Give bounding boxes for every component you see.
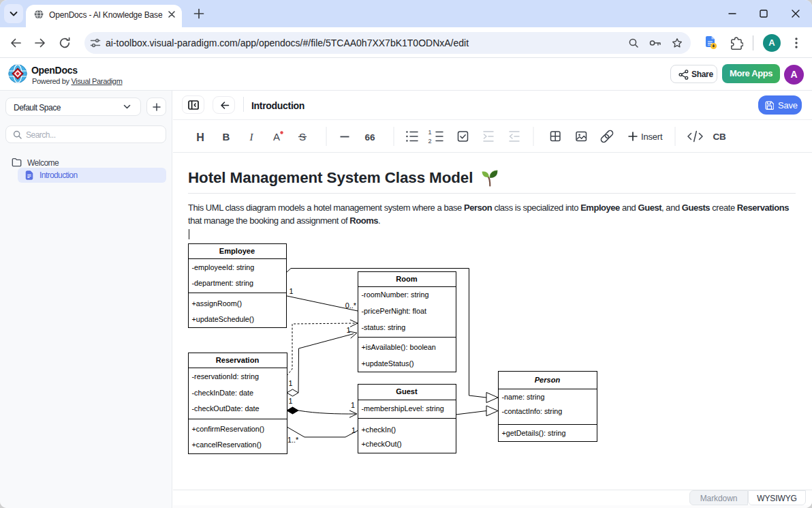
svg-text:+isAvailable(): boolean: +isAvailable(): boolean: [362, 343, 436, 351]
svg-text:A: A: [273, 131, 280, 143]
svg-text:-reservationId: string: -reservationId: string: [192, 372, 259, 380]
svg-text:1: 1: [289, 379, 293, 387]
svg-text:1: 1: [289, 397, 293, 405]
svg-text:-pricePerNight: float: -pricePerNight: float: [362, 307, 426, 315]
svg-text:-contactInfo: string: -contactInfo: string: [502, 407, 563, 415]
svg-text:-membershipLevel: string: -membershipLevel: string: [362, 404, 444, 413]
svg-text:-checkInDate: date: -checkInDate: date: [192, 389, 254, 397]
svg-text:CB: CB: [713, 132, 726, 142]
svg-text:1..*: 1..*: [287, 436, 299, 444]
svg-text:66: 66: [364, 132, 375, 143]
svg-text:-employeeId: string: -employeeId: string: [192, 263, 255, 271]
svg-text:+cancelReservation(): +cancelReservation(): [192, 440, 262, 449]
svg-text:H: H: [196, 132, 204, 143]
svg-text:I: I: [249, 132, 254, 143]
svg-text:1: 1: [346, 326, 350, 334]
svg-text:+checkOut(): +checkOut(): [362, 440, 402, 448]
svg-text:-checkOutDate: date: -checkOutDate: date: [192, 404, 260, 413]
svg-text:0..*: 0..*: [345, 301, 357, 310]
svg-text:Guest: Guest: [396, 387, 418, 395]
svg-text:B: B: [223, 131, 230, 143]
svg-text:Reservation: Reservation: [216, 356, 260, 364]
svg-text:Insert: Insert: [641, 132, 663, 142]
svg-text:Employee: Employee: [219, 247, 255, 255]
svg-text:+updateStatus(): +updateStatus(): [362, 359, 414, 368]
svg-text:+confirmReservation(): +confirmReservation(): [192, 425, 265, 433]
svg-text:Room: Room: [396, 275, 418, 283]
svg-text:+assignRoom(): +assignRoom(): [192, 299, 243, 308]
svg-text:-status: string: -status: string: [362, 323, 406, 331]
svg-text:1: 1: [352, 426, 356, 434]
svg-text:-roomNumber: string: -roomNumber: string: [362, 290, 429, 299]
svg-text:+checkIn(): +checkIn(): [362, 425, 396, 434]
svg-text:+updateSchedule(): +updateSchedule(): [192, 315, 255, 323]
svg-text:-department: string: -department: string: [192, 279, 254, 287]
svg-text:+getDetails(): string: +getDetails(): string: [502, 429, 566, 437]
svg-text:-name: string: -name: string: [502, 393, 545, 401]
svg-text:1: 1: [351, 401, 355, 409]
svg-text:2: 2: [428, 138, 431, 145]
svg-text:1: 1: [428, 129, 431, 136]
svg-text:Person: Person: [535, 376, 561, 384]
svg-text:1: 1: [290, 287, 294, 295]
